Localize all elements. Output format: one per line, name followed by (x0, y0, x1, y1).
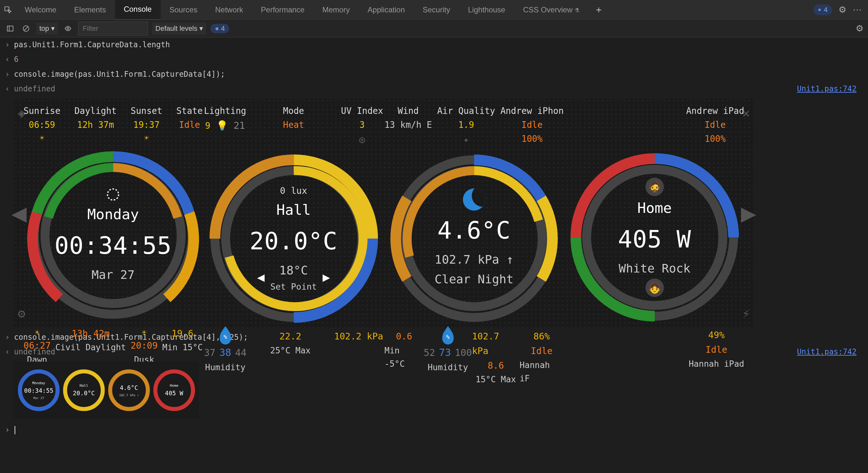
gauge-pressure: 102.7 kPa ↑ (435, 250, 514, 269)
value-out-pressure: 102.7 kPa (472, 329, 520, 358)
mini-day: Monday (32, 380, 45, 386)
label-device-2: Andrew iPad (686, 104, 744, 118)
value-out-max: 8.6 (488, 359, 504, 373)
mini-out-temp: 4.6°C (120, 383, 138, 393)
value-lighting-total: 21 (234, 120, 245, 131)
gauge-lux: 0 lux (280, 184, 307, 198)
humidity-lo: 52 (424, 345, 435, 360)
settings-icon[interactable]: ⚙ (838, 4, 846, 15)
tab-css-overview[interactable]: CSS Overview⚗ (514, 0, 588, 20)
tab-performance[interactable]: Performance (252, 0, 313, 20)
console-result: 6 (14, 53, 863, 65)
chevron-down-icon: ▾ (199, 25, 203, 33)
cursor (14, 426, 15, 434)
tab-memory[interactable]: Memory (313, 0, 359, 20)
gauge-out-temp: 4.6°C (437, 211, 511, 249)
tab-elements[interactable]: Elements (65, 0, 115, 20)
value-uv: 3 (360, 118, 365, 132)
label-daylight: Daylight (74, 104, 117, 118)
value-device-1-pct: 100% (522, 132, 542, 146)
context-selector[interactable]: top ▾ (36, 23, 58, 35)
value-device-2-state: Idle (705, 118, 725, 132)
humidity-icon: % (220, 329, 231, 344)
gauge-temp: 20.0°C (250, 222, 338, 260)
gauge-day: Monday (87, 203, 139, 226)
value-device-1-state: Idle (522, 118, 542, 132)
gauge-home-label: Home (638, 197, 672, 219)
issues-badge[interactable]: 4 (813, 4, 832, 15)
label-sunset: Sunset (131, 104, 162, 118)
value-mode: Heat (283, 118, 304, 132)
label-out-max: 15°C Max (475, 373, 516, 386)
value-civil: 13h 42m (71, 327, 110, 341)
value-sunrise: 06:59 (29, 118, 55, 132)
console-input-line: › pas.Unit1.Form1.CaptureData.length (0, 37, 868, 52)
console-output-line: ‹ undefined Unit1.pas:742 (0, 81, 868, 96)
mini-time: 00:34:55 (24, 386, 53, 396)
uv-icon: ◎ (360, 132, 365, 147)
mini-room: Hall (80, 382, 88, 388)
humidity-val: 38 (219, 344, 231, 360)
more-icon[interactable]: ⋯ (853, 4, 862, 15)
svg-rect-1 (7, 26, 13, 31)
tab-lighthouse[interactable]: Lighthouse (459, 0, 514, 20)
label-mode: Mode (283, 104, 304, 118)
label-device-3: Hannah iF (520, 359, 564, 385)
tab-security[interactable]: Security (414, 0, 459, 20)
console-result: undefined (14, 83, 55, 95)
add-tab-icon[interactable]: ＋ (588, 3, 609, 16)
source-link[interactable]: Unit1.pas:742 (797, 83, 863, 95)
inspect-icon[interactable] (0, 6, 16, 14)
mini-home: Home (170, 382, 179, 388)
gauge-room: Lighting 9 💡 21 ModeHeat UV Index3◎ (204, 102, 383, 324)
toggle-sidebar-icon[interactable] (4, 23, 16, 34)
svg-point-8 (107, 189, 119, 200)
value-pressure: 102.2 kPa (334, 329, 383, 344)
dawn-icon: ☀ (35, 327, 39, 338)
value-max-temp: 22.2 (279, 329, 301, 344)
label-lighting: Lighting (204, 104, 246, 118)
tab-console[interactable]: Console (115, 0, 161, 20)
value-sunset: 19:37 (133, 118, 160, 132)
moon-icon (105, 187, 121, 202)
value-daylight: 12h 37m (77, 118, 114, 132)
live-expression-icon[interactable] (62, 23, 74, 34)
label-out-min: Min -5°C (384, 344, 424, 371)
value-dusk: 20:09 (130, 338, 158, 353)
value-lighting-on: 9 (205, 121, 211, 131)
return-marker-icon: ‹ (5, 53, 14, 65)
source-link[interactable]: Unit1.pas:742 (797, 346, 863, 358)
gauge-outdoor: Wind13 km/h E Air Quality1.9✦ Andrew iPh… (384, 102, 564, 324)
avatar: 👧 (646, 278, 664, 297)
setpoint-up-icon: ▶ (322, 267, 330, 287)
sunrise-icon: ☀ (40, 132, 44, 144)
setpoint-down-icon: ◀ (257, 267, 265, 287)
label-device-1: Andrew iPhon (500, 104, 563, 118)
tab-welcome[interactable]: Welcome (16, 0, 65, 20)
bulb-icon: 💡 (216, 120, 228, 131)
label-sunrise: Sunrise (24, 104, 60, 118)
console-prompt[interactable]: › (0, 421, 868, 438)
value-device-4-pct: 49% (708, 328, 724, 343)
value-aq: 1.9 (458, 118, 474, 132)
console-image-output: ◈ ✕ ⚙ ⚡ ◀ ▶ Sunrise06:59☀ Daylight12h 37… (0, 96, 868, 330)
humidity-icon: % (442, 329, 454, 344)
filter-input[interactable] (78, 22, 148, 36)
dashboard-widget-small: Monday00:34:55Mar 27 Hall20.0°C 4.6°C102… (14, 362, 199, 419)
gauge-condition: Clear Night (435, 270, 514, 289)
value-out-min: 0.6 (396, 329, 412, 344)
return-marker-icon: ‹ (5, 346, 14, 358)
clear-console-icon[interactable] (20, 23, 32, 34)
humidity-lo: 37 (204, 345, 216, 360)
console-settings-icon[interactable]: ⚙ (856, 23, 864, 34)
label-aq: Air Quality (437, 104, 495, 118)
issues-badge-inline[interactable]: 4 (211, 24, 229, 33)
tab-sources[interactable]: Sources (161, 0, 206, 20)
gauge-home: Andrew iPadIdle100% 🧔 Home (565, 102, 744, 324)
log-levels-selector[interactable]: Default levels ▾ (152, 23, 206, 35)
sunset-icon: ☀ (144, 132, 149, 144)
label-device-4: Hannah iPad (689, 357, 744, 371)
tab-application[interactable]: Application (359, 0, 414, 20)
humidity-val: 73 (439, 344, 451, 360)
tab-network[interactable]: Network (206, 0, 252, 20)
